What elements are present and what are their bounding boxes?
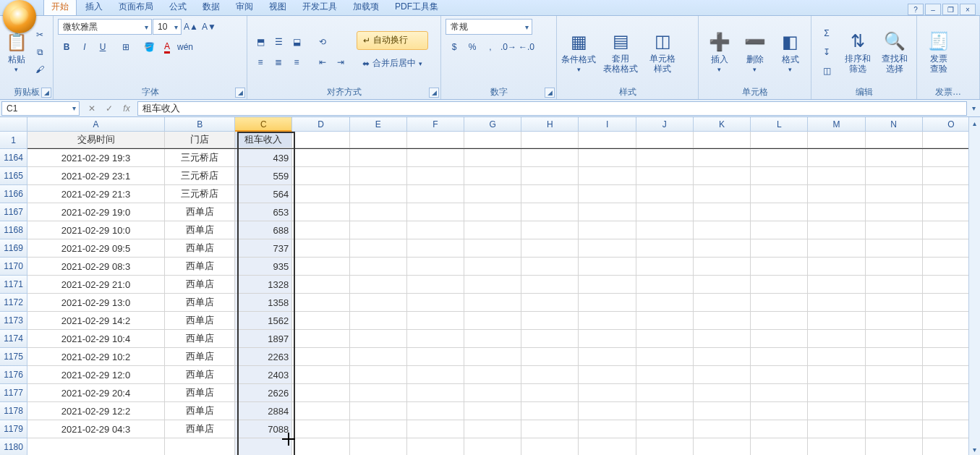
column-header-K[interactable]: K [694, 117, 751, 132]
cell[interactable] [292, 149, 349, 167]
grow-font-button[interactable]: A▲ [182, 19, 200, 35]
insert-function-button[interactable]: fx [119, 101, 135, 116]
cell[interactable] [808, 276, 865, 294]
expand-formula-bar-button[interactable]: ▾ [967, 104, 980, 112]
cell[interactable]: 2021-02-29 13:0 [27, 294, 165, 312]
cell[interactable] [292, 420, 349, 438]
column-header-M[interactable]: M [808, 117, 865, 132]
italic-button[interactable]: I [76, 39, 93, 55]
cell[interactable] [694, 420, 751, 438]
cell[interactable] [292, 384, 349, 402]
row-header[interactable]: 1173 [0, 312, 27, 330]
cell[interactable] [521, 312, 579, 330]
decrease-indent-button[interactable]: ⇤ [314, 54, 331, 70]
cell[interactable] [464, 132, 521, 148]
align-right-button[interactable]: ≡ [288, 54, 305, 70]
cell[interactable] [579, 294, 636, 312]
format-painter-button[interactable]: 🖌 [31, 61, 48, 77]
cell[interactable] [292, 221, 349, 239]
cell[interactable] [521, 258, 579, 276]
cell[interactable] [350, 330, 407, 348]
row-header[interactable]: 1166 [0, 185, 27, 203]
select-all-corner[interactable] [0, 117, 27, 132]
cell[interactable] [866, 402, 923, 420]
comma-button[interactable]: , [482, 39, 499, 55]
cell[interactable] [407, 258, 464, 276]
cell[interactable] [694, 276, 751, 294]
cell[interactable]: 7088 [235, 420, 292, 438]
cell[interactable]: 1358 [235, 294, 292, 312]
cell[interactable] [407, 149, 464, 167]
cell[interactable]: 西单店 [165, 366, 235, 384]
cell[interactable] [579, 348, 636, 366]
cell[interactable] [808, 149, 865, 167]
cell[interactable] [407, 348, 464, 366]
cell[interactable] [292, 294, 349, 312]
close-button[interactable]: × [960, 4, 976, 15]
cell[interactable] [808, 312, 865, 330]
percent-button[interactable]: % [464, 39, 481, 55]
align-left-button[interactable]: ≡ [252, 54, 269, 70]
border-button[interactable]: ⊞ [117, 39, 135, 55]
insert-cells-button[interactable]: ➕ 插入 ▾ [703, 23, 736, 81]
cell[interactable]: 租车收入 [235, 132, 292, 148]
cell[interactable] [866, 348, 923, 366]
cell[interactable] [464, 185, 521, 203]
cell[interactable] [350, 312, 407, 330]
cell[interactable] [866, 330, 923, 348]
cell[interactable] [521, 330, 579, 348]
tab-addins[interactable]: 加载项 [346, 0, 386, 15]
name-box[interactable]: C1 [1, 101, 80, 116]
cell[interactable] [579, 149, 636, 167]
decrease-decimal-button[interactable]: ←.0 [518, 39, 535, 55]
cancel-formula-button[interactable]: ✕ [84, 101, 100, 116]
cell[interactable] [866, 132, 923, 148]
align-bottom-button[interactable]: ⬓ [288, 34, 305, 50]
cell[interactable] [751, 167, 808, 185]
cell[interactable] [866, 294, 923, 312]
cell[interactable]: 2263 [235, 348, 292, 366]
cell[interactable] [808, 384, 865, 402]
cell[interactable] [350, 420, 407, 438]
cell[interactable]: 688 [235, 221, 292, 239]
cell[interactable] [521, 384, 579, 402]
cell[interactable] [350, 294, 407, 312]
cell[interactable]: 三元桥店 [165, 149, 235, 167]
cell[interactable] [350, 185, 407, 203]
font-dialog-launcher[interactable]: ◢ [235, 88, 245, 98]
cell[interactable] [579, 330, 636, 348]
tab-review[interactable]: 审阅 [229, 0, 260, 15]
cell[interactable] [579, 239, 636, 258]
align-center-button[interactable]: ≣ [270, 54, 287, 70]
cell[interactable] [292, 348, 349, 366]
cell[interactable]: 1328 [235, 276, 292, 294]
column-header-H[interactable]: H [521, 117, 579, 132]
cell[interactable] [808, 420, 865, 438]
cell[interactable] [694, 203, 751, 221]
wrap-text-button[interactable]: ↵ 自动换行 [357, 31, 428, 50]
cell[interactable] [808, 438, 865, 455]
row-header[interactable]: 1165 [0, 167, 27, 185]
cell[interactable] [407, 185, 464, 203]
cell[interactable] [694, 312, 751, 330]
cell[interactable] [636, 132, 694, 148]
merge-center-button[interactable]: ⬌ 合并后居中 ▾ [357, 54, 428, 73]
cell[interactable] [694, 330, 751, 348]
bold-button[interactable]: B [58, 39, 75, 55]
column-header-G[interactable]: G [464, 117, 521, 132]
cell[interactable] [636, 330, 694, 348]
delete-cells-button[interactable]: ➖ 删除 ▾ [738, 23, 771, 81]
cell[interactable]: 2021-02-29 23:1 [27, 167, 165, 185]
cell[interactable] [636, 438, 694, 455]
cell[interactable]: 2021-02-29 10:4 [27, 330, 165, 348]
cell[interactable] [694, 258, 751, 276]
cell[interactable] [694, 239, 751, 258]
cell[interactable] [751, 185, 808, 203]
cell[interactable]: 2021-02-29 12:0 [27, 366, 165, 384]
cell[interactable] [636, 239, 694, 258]
cell[interactable] [464, 276, 521, 294]
cell[interactable] [636, 149, 694, 167]
cell[interactable] [694, 149, 751, 167]
cell[interactable] [636, 167, 694, 185]
cell[interactable] [636, 221, 694, 239]
